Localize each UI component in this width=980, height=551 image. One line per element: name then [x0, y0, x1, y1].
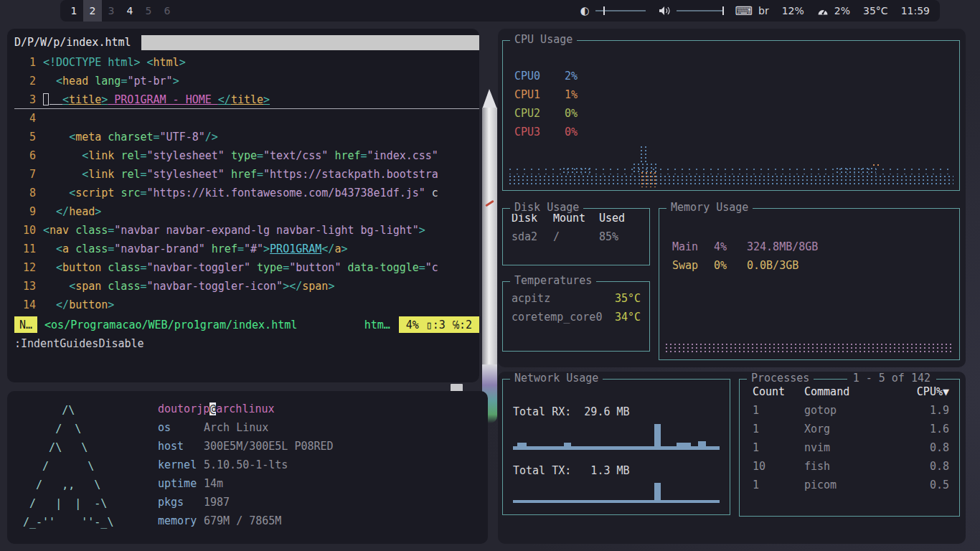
keyboard-module[interactable]: ⌨ br	[735, 5, 769, 17]
code-token: "pt-br"	[127, 75, 172, 88]
temps-panel-title: Temperatures	[510, 274, 596, 287]
code-token: "https://stackpath.bootstra	[263, 168, 438, 181]
process-cell: Xorg	[804, 423, 903, 441]
code-line[interactable]: 1<!DOCTYPE html> <html>	[14, 53, 479, 72]
code-line[interactable]: 6 <link rel="stylesheet" type="text/css"…	[14, 146, 479, 165]
disk-cell: /	[553, 230, 599, 249]
workspace-5[interactable]: 5	[139, 0, 158, 22]
sort-column-header[interactable]: CPU%▼	[903, 385, 949, 404]
cpu-core-name: CPU3	[514, 126, 565, 144]
code-token: c	[425, 187, 438, 199]
neofetch-row: host300E5M/300E5L P08RED	[158, 437, 334, 456]
process-header-cell[interactable]: Command	[804, 385, 903, 404]
cpu-core-percent: 1%	[565, 88, 578, 107]
code-line[interactable]: 13 <span class="navbar-toggler-icon"></s…	[14, 277, 479, 296]
line-number: 3	[14, 90, 36, 108]
code-token: >	[263, 93, 270, 106]
code-line[interactable]: 14 </button>	[14, 296, 479, 314]
line-number: 10	[14, 221, 36, 240]
code-token: <	[69, 280, 75, 293]
editor-tab-filename[interactable]: D/P/W/p/index.html	[14, 33, 141, 52]
line-number: 13	[14, 277, 36, 296]
code-token	[250, 261, 257, 274]
code-token: <!DOCTYPE html>	[43, 56, 140, 69]
vim-command-line[interactable]: :IndentGuidesDisable	[14, 334, 479, 353]
terminal-window[interactable]: /\ / \ /\ \ / \ / ,, \ / | | -\ /_-'' ''…	[7, 391, 488, 544]
volume-slider-handle[interactable]	[722, 6, 724, 15]
code-token: =	[140, 187, 146, 199]
vim-mode-indicator: N…	[14, 316, 37, 333]
code-line[interactable]: 12 <button class="navbar-toggler" type="…	[14, 258, 479, 277]
code-line[interactable]: 7 <link rel="stylesheet" href="https://s…	[14, 165, 479, 184]
temperature-row: coretemp_core034°C	[512, 311, 641, 329]
code-token: <	[56, 242, 62, 255]
statusline-filepath: <os/Programacao/WEB/pro1gram/index.html	[37, 316, 297, 334]
code-token: =	[257, 168, 263, 181]
code-token: </	[321, 242, 334, 255]
code-line[interactable]: 5 <meta charset="UTF-8"/>	[14, 128, 479, 146]
code-line[interactable]: 4	[14, 109, 479, 128]
line-number: 1	[14, 53, 36, 72]
volume-module	[659, 6, 722, 16]
process-row[interactable]: 1nvim0.8	[753, 441, 949, 460]
code-line[interactable]: 8 <script src="https://kit.fontawesome.c…	[14, 184, 479, 202]
workspace-3[interactable]: 3	[102, 0, 121, 22]
disk-usage-panel: Disk Usage DiskMountUsedsda2/85%	[502, 208, 650, 265]
code-token	[43, 205, 56, 218]
disk-table: DiskMountUsedsda2/85%	[512, 212, 649, 249]
code-line[interactable]: 10<nav class="navbar navbar-expand-lg na…	[14, 221, 479, 240]
line-number: 5	[14, 128, 36, 146]
line-text: <link rel="stylesheet" href="https://sta…	[43, 165, 438, 184]
volume-slider[interactable]	[677, 10, 722, 11]
process-cell: 0.8	[903, 441, 949, 460]
cpu-panel-title: CPU Usage	[510, 33, 577, 46]
system-monitor-window: CPU Usage CPU02%CPU11%CPU20%CPU30% Disk …	[498, 29, 966, 367]
disk-header-row: DiskMountUsed	[512, 212, 649, 230]
code-token: =	[361, 149, 367, 162]
neofetch-label: uptime	[158, 474, 204, 493]
code-token: rel	[121, 168, 140, 181]
process-row[interactable]: 1gotop1.9	[753, 404, 949, 423]
code-token: >	[179, 56, 186, 69]
process-row[interactable]: 1Xorg1.6	[753, 423, 949, 441]
cpu-core-percent: 0%	[565, 107, 578, 126]
line-number: 11	[14, 240, 36, 258]
workspace-1[interactable]: 1	[65, 0, 83, 22]
process-header-cell[interactable]: Count	[753, 385, 804, 404]
code-token	[101, 131, 108, 143]
workspace-6[interactable]: 6	[158, 0, 176, 22]
code-line[interactable]: 3 <title> PRO1GRAM - HOME </title>	[14, 90, 479, 109]
code-token: a	[62, 242, 69, 255]
network-panel-title: Network Usage	[510, 372, 603, 385]
code-token: "navbar navbar-expand-lg navbar-light bg…	[114, 224, 418, 237]
brightness-slider-handle[interactable]	[603, 6, 605, 15]
process-row[interactable]: 1picom0.5	[753, 479, 949, 497]
code-token: =	[154, 131, 160, 143]
brightness-slider[interactable]	[595, 10, 646, 11]
workspace-4[interactable]: 4	[121, 0, 139, 22]
line-text: </button>	[43, 296, 114, 314]
process-cell: 1.6	[903, 423, 949, 441]
code-token: />	[205, 131, 218, 143]
code-line[interactable]: 2 <head lang="pt-br">	[14, 72, 479, 90]
code-token: >	[328, 280, 334, 293]
memory-panel-title: Memory Usage	[666, 201, 753, 214]
code-token: "index.css"	[367, 149, 438, 162]
workspace-2[interactable]: 2	[83, 0, 102, 22]
code-token: "navbar-brand"	[114, 242, 204, 255]
cpu-core-row: CPU11%	[514, 88, 959, 107]
code-token: PRO1GRAM	[270, 242, 321, 255]
cpu-core-list: CPU02%CPU11%CPU20%CPU30%	[503, 41, 959, 144]
code-line[interactable]: 11 <a class="navbar-brand" href="#">PRO1…	[14, 240, 479, 258]
code-token: =	[419, 261, 425, 274]
code-token	[225, 168, 231, 181]
code-line[interactable]: 9 </head>	[14, 202, 479, 221]
cpu-core-row: CPU30%	[514, 126, 959, 144]
network-process-window: Network Usage Total RX: 29.6 MB Total TX…	[498, 372, 966, 544]
code-area[interactable]: 1<!DOCTYPE html> <html>2 <head lang="pt-…	[14, 53, 479, 314]
process-row[interactable]: 10fish0.8	[753, 460, 949, 479]
code-token	[43, 187, 69, 199]
code-token: </	[56, 205, 69, 218]
process-cell: 1	[753, 423, 804, 441]
code-token: href	[212, 242, 237, 255]
